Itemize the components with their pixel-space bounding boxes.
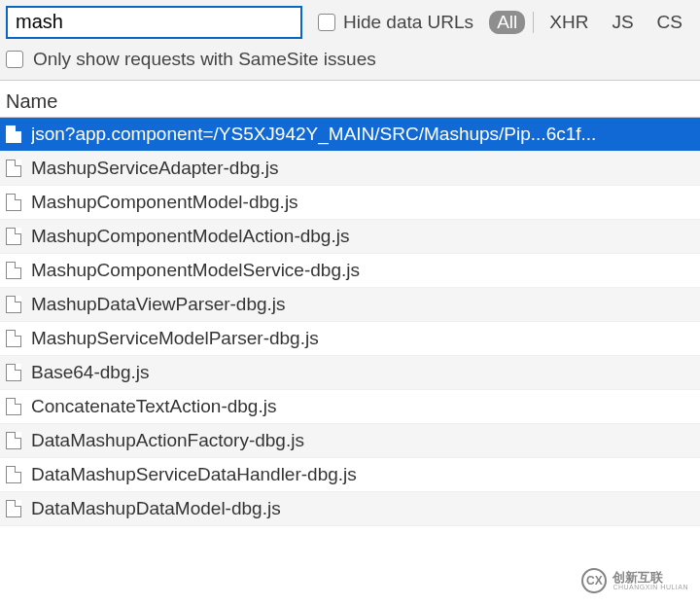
request-row[interactable]: ConcatenateTextAction-dbg.js: [0, 390, 700, 424]
request-row[interactable]: json?app.component=/YS5XJ942Y_MAIN/SRC/M…: [0, 118, 700, 152]
type-filter: All XHR JS CS: [489, 10, 690, 35]
request-name: MashupComponentModelAction-dbg.js: [31, 226, 349, 247]
request-name: MashupDataViewParser-dbg.js: [31, 294, 286, 315]
watermark-logo-icon: CX: [581, 568, 607, 593]
file-icon: [6, 262, 21, 279]
file-icon: [6, 398, 21, 415]
request-row[interactable]: Base64-dbg.js: [0, 356, 700, 390]
filter-input[interactable]: [6, 6, 302, 39]
request-name: MashupServiceModelParser-dbg.js: [31, 328, 319, 349]
request-name: json?app.component=/YS5XJ942Y_MAIN/SRC/M…: [31, 124, 596, 145]
samesite-filter[interactable]: Only show requests with SameSite issues: [0, 43, 700, 81]
filter-xhr[interactable]: XHR: [542, 10, 596, 35]
filter-css[interactable]: CS: [649, 10, 690, 35]
request-name: DataMashupActionFactory-dbg.js: [31, 430, 304, 451]
request-name: DataMashupServiceDataHandler-dbg.js: [31, 464, 357, 485]
watermark-line2: CHUANGXIN HULIAN: [612, 584, 688, 590]
request-row[interactable]: MashupDataViewParser-dbg.js: [0, 288, 700, 322]
filter-js[interactable]: JS: [604, 10, 641, 35]
file-icon: [6, 228, 21, 245]
request-row[interactable]: DataMashupDataModel-dbg.js: [0, 492, 700, 526]
requests-list: json?app.component=/YS5XJ942Y_MAIN/SRC/M…: [0, 118, 700, 526]
request-row[interactable]: MashupServiceAdapter-dbg.js: [0, 152, 700, 186]
hide-data-urls[interactable]: Hide data URLs: [318, 12, 473, 33]
checkbox-icon[interactable]: [6, 51, 23, 68]
request-name: Base64-dbg.js: [31, 362, 149, 383]
checkbox-icon[interactable]: [318, 14, 335, 31]
request-name: MashupServiceAdapter-dbg.js: [31, 158, 279, 179]
file-icon: [6, 296, 21, 313]
file-icon: [6, 500, 21, 517]
request-name: MashupComponentModel-dbg.js: [31, 192, 298, 213]
request-row[interactable]: DataMashupActionFactory-dbg.js: [0, 424, 700, 458]
file-icon: [6, 160, 21, 177]
request-name: ConcatenateTextAction-dbg.js: [31, 396, 276, 417]
request-row[interactable]: DataMashupServiceDataHandler-dbg.js: [0, 458, 700, 492]
hide-data-urls-label: Hide data URLs: [343, 12, 473, 33]
watermark-line1: 创新互联: [612, 571, 688, 584]
separator: [533, 12, 534, 33]
request-name: DataMashupDataModel-dbg.js: [31, 498, 281, 519]
file-icon: [6, 364, 21, 381]
file-icon: [6, 125, 21, 143]
network-toolbar: Hide data URLs All XHR JS CS: [0, 0, 700, 43]
watermark: CX 创新互联 CHUANGXIN HULIAN: [578, 566, 692, 595]
filter-all[interactable]: All: [489, 11, 525, 34]
file-icon: [6, 432, 21, 449]
request-name: MashupComponentModelService-dbg.js: [31, 260, 360, 281]
file-icon: [6, 330, 21, 347]
request-row[interactable]: MashupServiceModelParser-dbg.js: [0, 322, 700, 356]
file-icon: [6, 466, 21, 483]
samesite-label: Only show requests with SameSite issues: [33, 49, 376, 70]
request-row[interactable]: MashupComponentModelAction-dbg.js: [0, 220, 700, 254]
column-header-name[interactable]: Name: [0, 81, 700, 118]
request-row[interactable]: MashupComponentModelService-dbg.js: [0, 254, 700, 288]
file-icon: [6, 194, 21, 211]
request-row[interactable]: MashupComponentModel-dbg.js: [0, 186, 700, 220]
